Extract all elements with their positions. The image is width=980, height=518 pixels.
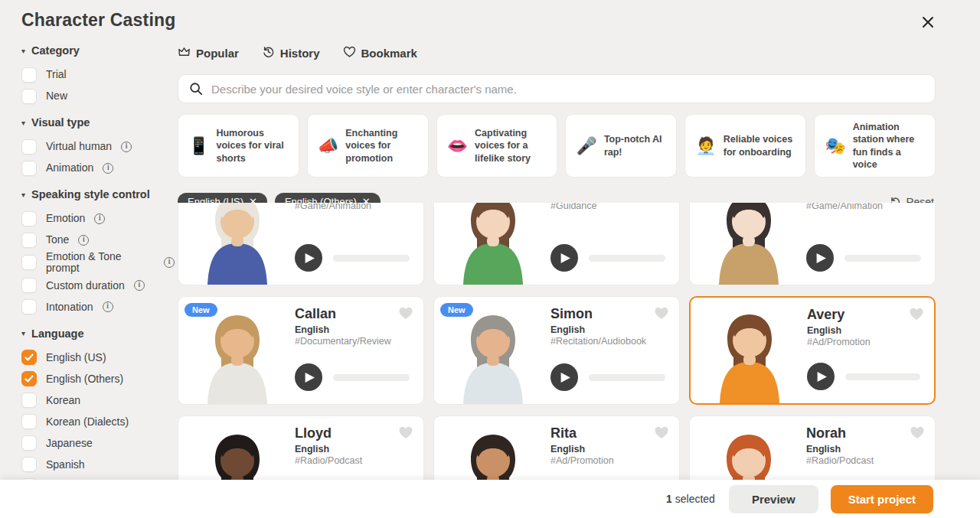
checkbox[interactable] bbox=[21, 255, 37, 270]
favorite-heart-icon[interactable] bbox=[398, 203, 413, 204]
sidebar-checkbox-item[interactable]: Tonei bbox=[21, 230, 175, 250]
play-button[interactable] bbox=[295, 244, 322, 272]
checkbox[interactable] bbox=[21, 233, 37, 248]
checkbox[interactable] bbox=[21, 393, 37, 408]
sidebar-checkbox-item[interactable]: Spanish bbox=[21, 454, 175, 475]
favorite-heart-icon[interactable] bbox=[654, 306, 669, 323]
favorite-heart-icon[interactable] bbox=[910, 425, 925, 442]
voice-card-callan[interactable]: CallanEnglish#Documentary/ReviewNew bbox=[178, 296, 424, 405]
info-icon[interactable]: i bbox=[78, 235, 89, 246]
checkbox-checked[interactable] bbox=[21, 350, 37, 365]
sidebar-checkbox-item[interactable]: Emotioni bbox=[21, 208, 175, 229]
search-input[interactable] bbox=[211, 83, 924, 96]
tab-label: History bbox=[280, 47, 320, 60]
favorite-heart-icon[interactable] bbox=[910, 203, 925, 204]
sidebar-section-header[interactable]: ▾Category bbox=[21, 44, 175, 57]
info-icon[interactable]: i bbox=[134, 280, 145, 291]
suggestion-chip[interactable]: 🎭Animation station where fun finds a voi… bbox=[814, 114, 936, 178]
suggestion-chip[interactable]: 👄Captivating voices for a lifelike story bbox=[436, 114, 558, 178]
suggestion-chip[interactable]: 🎤Top-notch AI rap! bbox=[565, 114, 677, 178]
preview-button[interactable]: Preview bbox=[729, 485, 818, 513]
audio-progress-bar[interactable] bbox=[844, 255, 921, 262]
play-button[interactable] bbox=[550, 363, 578, 391]
checkbox[interactable] bbox=[21, 435, 37, 451]
search-bar[interactable] bbox=[178, 74, 936, 103]
card-hashtag: #Guidance bbox=[550, 203, 644, 211]
favorite-heart-icon[interactable] bbox=[654, 203, 669, 204]
favorite-heart-icon[interactable] bbox=[398, 425, 413, 442]
checkbox-checked[interactable] bbox=[21, 371, 37, 386]
audio-progress-bar[interactable] bbox=[589, 374, 665, 381]
voice-card[interactable]: English#Guidance bbox=[433, 203, 680, 285]
character-portrait bbox=[192, 309, 283, 404]
sidebar-checkbox-item[interactable]: Virtual humani bbox=[21, 136, 175, 157]
tab-bookmark[interactable]: Bookmark bbox=[343, 45, 417, 60]
sidebar-section-header[interactable]: ▾Visual type bbox=[21, 116, 175, 129]
audio-player bbox=[807, 363, 920, 390]
sidebar-checkbox-item[interactable]: English (Others) bbox=[21, 369, 175, 389]
card-hashtag: #Ad/Promotion bbox=[550, 455, 644, 466]
tab-history[interactable]: History bbox=[262, 45, 320, 60]
sidebar-checkbox-item[interactable]: Intonationi bbox=[21, 297, 175, 318]
suggestion-chip-label: Humorous voices for viral shorts bbox=[216, 127, 288, 165]
checkbox[interactable] bbox=[21, 89, 37, 104]
sidebar-checkbox-item[interactable]: Custom durationi bbox=[21, 275, 175, 296]
play-button[interactable] bbox=[806, 244, 834, 272]
suggestion-chip[interactable]: 📣Enchanting voices for promotion bbox=[307, 114, 429, 178]
audio-progress-bar[interactable] bbox=[845, 373, 920, 380]
voice-card-simon[interactable]: SimonEnglish#Recitation/AudiobookNew bbox=[433, 296, 680, 405]
voice-card[interactable]: English#Game/Animation bbox=[178, 203, 424, 285]
play-button[interactable] bbox=[295, 363, 322, 391]
character-portrait bbox=[192, 203, 283, 285]
info-icon[interactable]: i bbox=[103, 301, 113, 312]
sidebar-checkbox-item[interactable]: English (US) bbox=[21, 347, 175, 368]
voice-card-avery[interactable]: AveryEnglish#Ad/Promotion bbox=[689, 296, 936, 405]
audio-progress-bar[interactable] bbox=[333, 374, 410, 381]
checkbox[interactable] bbox=[21, 67, 37, 83]
favorite-heart-icon[interactable] bbox=[909, 307, 924, 324]
voice-card[interactable]: English#Game/Animation bbox=[689, 203, 936, 285]
voice-card-grid[interactable]: English#Game/Animation English#Guidance … bbox=[178, 203, 936, 518]
checkbox[interactable] bbox=[21, 299, 37, 314]
suggestion-chip[interactable]: 📱Humorous voices for viral shorts bbox=[178, 114, 299, 178]
checkbox[interactable] bbox=[21, 211, 37, 226]
checkbox[interactable] bbox=[21, 414, 37, 429]
sidebar-section-header[interactable]: ▾Speaking style control bbox=[21, 188, 175, 200]
info-icon[interactable]: i bbox=[94, 213, 105, 224]
audio-player bbox=[295, 244, 410, 272]
selected-count: 1 selected bbox=[666, 493, 715, 505]
main-column: PopularHistoryBookmark 📱Humorous voices … bbox=[178, 43, 936, 212]
info-icon[interactable]: i bbox=[103, 163, 113, 174]
sidebar-checkbox-item[interactable]: Animationi bbox=[21, 158, 175, 178]
checkbox[interactable] bbox=[21, 278, 37, 293]
checkbox[interactable] bbox=[21, 139, 37, 155]
favorite-heart-icon[interactable] bbox=[654, 425, 669, 442]
sidebar-checkbox-item[interactable]: Korean (Dialects) bbox=[21, 412, 175, 432]
suggestion-chip-icon: 🎭 bbox=[825, 138, 845, 155]
card-language: English bbox=[806, 444, 900, 454]
suggestion-chip[interactable]: 🧑‍💼Reliable voices for onboarding bbox=[684, 114, 806, 178]
card-info: SimonEnglish#Recitation/Audiobook bbox=[550, 306, 644, 347]
checkbox[interactable] bbox=[21, 457, 37, 472]
info-icon[interactable]: i bbox=[121, 142, 132, 152]
sidebar-checkbox-item[interactable]: Emotion & Tone prompti bbox=[21, 251, 175, 275]
checkbox[interactable] bbox=[21, 161, 37, 176]
start-project-button[interactable]: Start project bbox=[831, 485, 933, 513]
tab-popular[interactable]: Popular bbox=[178, 45, 239, 60]
sidebar-checkbox-item[interactable]: New bbox=[21, 86, 175, 106]
play-button[interactable] bbox=[807, 363, 835, 390]
avatar bbox=[189, 308, 286, 404]
audio-progress-bar[interactable] bbox=[333, 255, 410, 262]
close-icon[interactable] bbox=[918, 12, 938, 32]
audio-player bbox=[550, 244, 665, 272]
sidebar-checkbox-item[interactable]: Japanese bbox=[21, 433, 175, 454]
suggestion-chip-label: Reliable voices for onboarding bbox=[724, 133, 795, 158]
sidebar-section-header[interactable]: ▾Language bbox=[21, 327, 175, 340]
audio-progress-bar[interactable] bbox=[589, 255, 665, 262]
character-portrait bbox=[448, 203, 538, 285]
play-button[interactable] bbox=[550, 244, 578, 272]
sidebar-checkbox-item[interactable]: Korean bbox=[21, 390, 175, 411]
favorite-heart-icon[interactable] bbox=[398, 306, 413, 323]
sidebar-checkbox-item[interactable]: Trial bbox=[21, 64, 175, 85]
info-icon[interactable]: i bbox=[164, 257, 175, 268]
